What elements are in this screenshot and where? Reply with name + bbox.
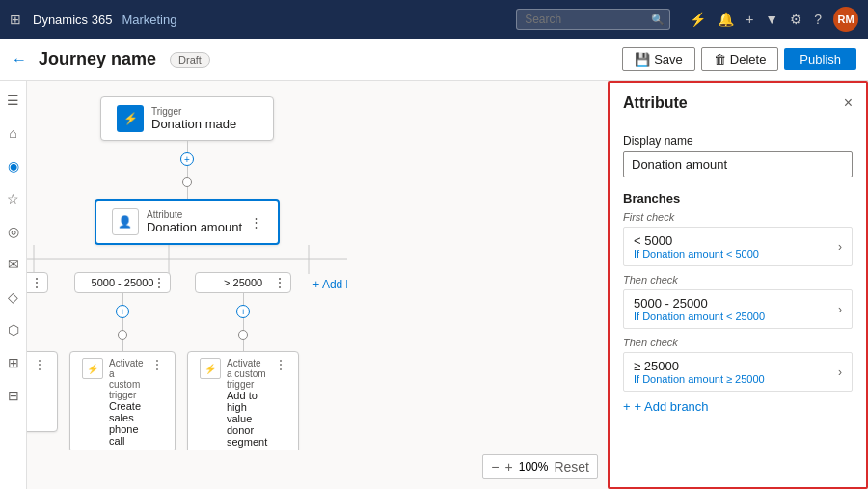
panel-body: Display name Branches First check < 5000… xyxy=(610,122,866,487)
back-button[interactable]: ← xyxy=(12,51,27,68)
attribute-panel: Attribute × Display name Branches First … xyxy=(608,81,868,489)
left-sidebar: ☰ ⌂ ◉ ☆ ◎ ✉ ◇ ⬡ ⊞ ⊟ xyxy=(0,81,27,489)
action-node-2[interactable]: ⚡ Activate a custom trigger Create sales… xyxy=(69,351,176,450)
trigger-action-icon-2: ⚡ xyxy=(82,358,103,379)
branch-row-2-condition: If Donation amount < 25000 xyxy=(634,311,765,322)
panel-header: Attribute × xyxy=(610,83,866,122)
action-node-3[interactable]: ⚡ Activate a custom trigger Add to high … xyxy=(187,351,299,450)
attribute-node[interactable]: 👤 Attribute Donation amount ⋮ xyxy=(95,199,280,245)
action-label-2: Activate a custom trigger xyxy=(109,358,144,400)
action-options-2[interactable]: ⋮ xyxy=(151,358,163,371)
branch-label-3[interactable]: > 25000 ⋮ xyxy=(195,272,291,293)
header-actions: 💾 Save 🗑 Delete Publish xyxy=(622,47,856,71)
sidebar-item-emails[interactable]: ✉ xyxy=(4,253,23,276)
zoom-in-button[interactable]: + xyxy=(505,459,513,475)
zoom-out-button[interactable]: − xyxy=(491,459,499,475)
sidebar-item-home[interactable]: ⌂ xyxy=(5,122,20,145)
publish-button[interactable]: Publish xyxy=(784,48,856,70)
sub-header: ← Journey name Draft 💾 Save 🗑 Delete Pub… xyxy=(0,39,868,81)
add-in-branch-3[interactable]: + xyxy=(236,305,250,318)
display-name-label: Display name xyxy=(623,134,853,148)
action-name-2: Create sales phone call xyxy=(109,400,144,447)
sidebar-item-segments[interactable]: ◎ xyxy=(4,220,23,243)
trigger-action-icon-3: ⚡ xyxy=(200,358,221,379)
display-name-input[interactable] xyxy=(623,151,853,177)
app-name: Dynamics 365 xyxy=(33,13,112,27)
branch-row-3-chevron: › xyxy=(838,366,842,379)
panel-close-button[interactable]: × xyxy=(844,95,853,112)
trigger-node[interactable]: ⚡ Trigger Donation made xyxy=(100,96,274,141)
action-node-1[interactable]: ✉ Send an email Thank you for your donat… xyxy=(27,351,58,432)
top-navigation: ⊞ Dynamics 365 Marketing 🔍 ⚡ 🔔 + ▼ ⚙ ? R… xyxy=(0,0,868,39)
save-icon: 💾 xyxy=(635,52,650,67)
top-nav-actions: ⚡ 🔔 + ▼ ⚙ ? RM xyxy=(690,7,858,32)
action-options-1[interactable]: ⋮ xyxy=(34,358,45,371)
branch-label-1[interactable]: < 5000 ⋮ xyxy=(27,272,48,293)
branch-row-3[interactable]: ≥ 25000 If Donation amount ≥ 25000 › xyxy=(623,352,853,392)
branch-row-1-condition: If Donation amount < 5000 xyxy=(634,248,759,259)
trigger-label: Trigger xyxy=(151,106,236,117)
action-options-3[interactable]: ⋮ xyxy=(275,358,286,371)
branch-options-1[interactable]: ⋮ xyxy=(30,275,43,290)
add-branch-plus-icon: + xyxy=(623,399,631,414)
connector-circle-1 xyxy=(182,177,192,187)
settings-icon[interactable]: ⚙ xyxy=(790,12,802,27)
bell-icon[interactable]: 🔔 xyxy=(718,12,734,27)
avatar[interactable]: RM xyxy=(833,7,858,32)
branch-row-1[interactable]: < 5000 If Donation amount < 5000 › xyxy=(623,227,853,266)
sidebar-item-events[interactable]: ⬡ xyxy=(4,318,23,341)
branch-col-1: < 5000 ⋮ + ✉ Send an email xyxy=(27,272,58,450)
zoom-controls: − + 100% Reset xyxy=(482,454,598,479)
branch-row-3-value: ≥ 25000 xyxy=(634,359,765,373)
branch-row-3-condition: If Donation amount ≥ 25000 xyxy=(634,373,765,385)
branch-options-2[interactable]: ⋮ xyxy=(152,275,166,290)
lightning-icon[interactable]: ⚡ xyxy=(690,12,706,27)
sidebar-item-menu[interactable]: ☰ xyxy=(3,89,23,112)
zoom-level: 100% xyxy=(519,460,549,474)
search-input[interactable] xyxy=(516,9,670,30)
plus-icon[interactable]: + xyxy=(746,12,753,27)
branch-col-2: 5000 - 25000 ⋮ + ⚡ Activate a custom tri… xyxy=(69,272,176,450)
action-label-3: Activate a custom trigger xyxy=(227,358,267,390)
journey-flow: ⚡ Trigger Donation made + 👤 Attribute xyxy=(27,96,347,450)
branch-circle-2 xyxy=(118,330,127,340)
connector-1: + xyxy=(180,141,194,199)
branch-row-2[interactable]: 5000 - 25000 If Donation amount < 25000 … xyxy=(623,289,853,329)
journey-canvas: ⚡ Trigger Donation made + 👤 Attribute xyxy=(27,81,608,489)
delete-icon: 🗑 xyxy=(714,52,726,67)
attribute-label: Attribute xyxy=(147,209,242,220)
branch-row-1-chevron: › xyxy=(838,240,842,254)
help-icon[interactable]: ? xyxy=(814,12,822,27)
first-check-label: First check xyxy=(623,211,853,223)
branch-lines xyxy=(27,245,347,274)
attribute-options-icon[interactable]: ⋮ xyxy=(250,215,262,230)
branch-row-2-chevron: › xyxy=(838,303,842,316)
search-icon: 🔍 xyxy=(651,14,665,26)
trigger-icon: ⚡ xyxy=(117,105,144,132)
add-branch-button[interactable]: + Add branch xyxy=(312,278,347,291)
sidebar-item-pages[interactable]: ⊞ xyxy=(4,351,23,374)
branch-label-2[interactable]: 5000 - 25000 ⋮ xyxy=(74,272,171,293)
action-name-3: Add to high value donor segment xyxy=(227,390,267,448)
then-check-label-2: Then check xyxy=(623,337,853,348)
sidebar-item-settings[interactable]: ⊟ xyxy=(4,384,23,407)
add-branch-panel-button[interactable]: + + Add branch xyxy=(623,399,853,414)
sidebar-item-recent[interactable]: ◉ xyxy=(4,154,23,177)
filter-icon[interactable]: ▼ xyxy=(765,12,778,27)
attribute-icon: 👤 xyxy=(112,208,139,235)
branch-options-3[interactable]: ⋮ xyxy=(273,275,286,290)
branch-row-1-value: < 5000 xyxy=(634,233,759,248)
grid-icon[interactable]: ⊞ xyxy=(10,12,21,27)
sidebar-item-journeys[interactable]: ◇ xyxy=(4,285,22,309)
trigger-name: Donation made xyxy=(151,117,236,131)
branches-section-title: Branches xyxy=(623,191,853,205)
page-title: Journey name xyxy=(39,49,156,69)
add-after-trigger[interactable]: + xyxy=(180,152,194,166)
save-button[interactable]: 💾 Save xyxy=(622,47,695,71)
add-in-branch-2[interactable]: + xyxy=(116,305,129,318)
zoom-reset-button[interactable]: Reset xyxy=(554,459,589,475)
sidebar-item-pinned[interactable]: ☆ xyxy=(3,187,23,210)
status-badge: Draft xyxy=(170,52,210,68)
attribute-name: Donation amount xyxy=(147,220,242,234)
delete-button[interactable]: 🗑 Delete xyxy=(701,47,779,71)
